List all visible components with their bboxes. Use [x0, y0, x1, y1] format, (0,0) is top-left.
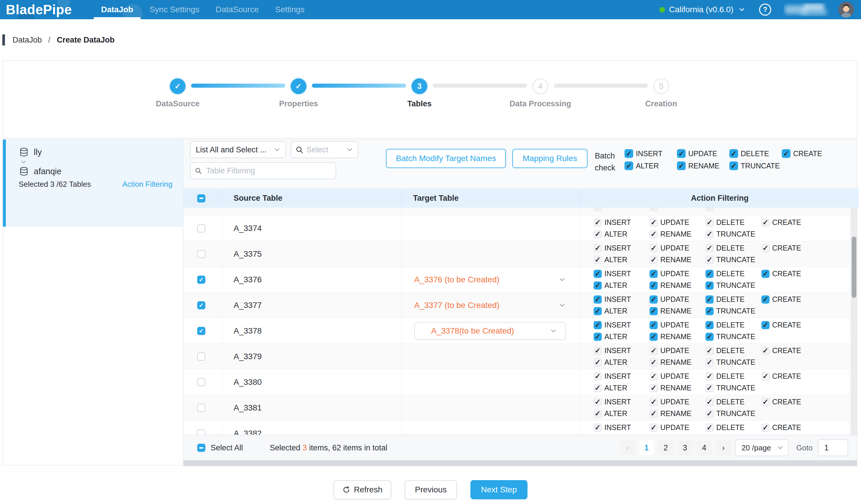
action-checkbox-delete: [706, 424, 714, 432]
row-checkbox[interactable]: [197, 224, 205, 232]
refresh-button[interactable]: Refresh: [333, 480, 391, 499]
action-checkbox-update[interactable]: [677, 149, 686, 158]
vertical-scrollbar-thumb[interactable]: [852, 236, 856, 298]
breadcrumb-current: Create DataJob: [57, 36, 114, 44]
action-checkbox-rename[interactable]: [650, 307, 658, 315]
page-button-2[interactable]: 2: [658, 440, 673, 455]
row-checkbox[interactable]: [197, 327, 205, 335]
action-checkbox-delete[interactable]: [706, 296, 714, 303]
action-checkbox-update[interactable]: [650, 270, 658, 278]
action-checkbox-create[interactable]: [761, 296, 769, 303]
table-filter-input[interactable]: [206, 166, 331, 176]
target-table-select[interactable]: A_3378(to be Created): [414, 322, 566, 340]
list-mode-value: List All and Select ...: [196, 145, 266, 154]
row-checkbox[interactable]: [197, 404, 205, 412]
action-checkbox-rename: [650, 230, 658, 238]
action-checkbox-update[interactable]: [650, 321, 658, 329]
previous-button[interactable]: Previous: [405, 480, 457, 499]
action-option-alter: ALTER: [593, 307, 650, 315]
action-checkbox-delete[interactable]: [706, 321, 714, 329]
action-checkbox-truncate[interactable]: [706, 282, 714, 289]
action-checkbox-insert[interactable]: [593, 270, 602, 278]
target-table-cell[interactable]: A_3377 (to be Created): [401, 292, 581, 318]
nav-tab-sync-settings[interactable]: Sync Settings: [141, 0, 207, 19]
action-checkbox-delete[interactable]: [706, 270, 714, 278]
search-icon: [295, 146, 303, 154]
action-option-insert: INSERT: [593, 372, 650, 380]
action-checkbox-insert[interactable]: [625, 149, 633, 158]
step-circle-creation[interactable]: 5: [653, 78, 669, 94]
batch-modify-target-names-button[interactable]: Batch Modify Target Names: [386, 149, 506, 168]
username-redacted: [783, 3, 830, 16]
source-db-row: lly: [19, 147, 183, 157]
next-step-button[interactable]: Next Step: [470, 480, 528, 499]
action-checkbox-rename[interactable]: [650, 282, 658, 289]
table-filter-search[interactable]: [190, 162, 336, 179]
column-header-target: Target Table: [401, 189, 581, 208]
row-checkbox[interactable]: [197, 378, 205, 386]
row-checkbox[interactable]: [197, 353, 205, 361]
action-checkbox-truncate[interactable]: [706, 333, 714, 341]
action-checkbox-alter[interactable]: [593, 307, 602, 315]
goto-page-input[interactable]: [824, 443, 842, 453]
row-checkbox[interactable]: [197, 430, 205, 435]
avatar[interactable]: [838, 2, 854, 17]
action-checkbox-alter[interactable]: [593, 282, 602, 289]
horizontal-scrollbar[interactable]: [183, 460, 857, 466]
page-button-3[interactable]: 3: [678, 440, 693, 455]
action-checkbox-insert[interactable]: [593, 321, 602, 329]
action-filtering-link[interactable]: Action Filtering: [122, 180, 173, 189]
step-circle-tables[interactable]: 3: [412, 78, 427, 94]
step-circle-datasource[interactable]: ✓: [170, 78, 186, 94]
action-checkbox-create[interactable]: [761, 321, 769, 329]
mapping-rules-button[interactable]: Mapping Rules: [512, 149, 587, 168]
step-circle-data-processing[interactable]: 4: [532, 78, 548, 94]
action-checkbox-truncate[interactable]: [729, 161, 738, 170]
action-checkbox-alter[interactable]: [625, 161, 633, 170]
row-checkbox[interactable]: [197, 301, 205, 309]
action-option-alter: ALTER: [593, 230, 650, 238]
action-checkbox-rename[interactable]: [677, 161, 686, 170]
schema-select-dropdown[interactable]: Select: [291, 141, 358, 158]
action-checkbox-create[interactable]: [761, 270, 769, 278]
list-mode-dropdown[interactable]: List All and Select ...: [190, 141, 286, 158]
table-row: A_3378 A_3378(to be Created) INSERTALTER…: [183, 318, 849, 344]
action-option-delete: DELETE: [706, 244, 761, 252]
tables-main: List All and Select ... Select: [183, 139, 857, 465]
breadcrumb-parent[interactable]: DataJob: [13, 36, 42, 44]
action-checkbox-rename[interactable]: [650, 333, 658, 341]
page-button-1[interactable]: 1: [639, 440, 654, 455]
page-size-select[interactable]: 20 /page: [735, 439, 789, 456]
action-checkbox-alter[interactable]: [593, 333, 602, 341]
nav-tab-settings[interactable]: Settings: [267, 0, 313, 19]
action-checkbox-insert[interactable]: [593, 296, 602, 303]
select-page-checkbox[interactable]: [197, 194, 205, 203]
region-selector[interactable]: California (v0.6.0): [669, 5, 734, 14]
action-checkbox-delete: [706, 398, 714, 406]
chevron-down-icon[interactable]: [738, 6, 746, 13]
action-checkbox-truncate: [706, 410, 714, 418]
step-circle-properties[interactable]: ✓: [291, 78, 306, 94]
action-checkbox-delete[interactable]: [729, 149, 738, 158]
table-row: A_3375 INSERTALTERUPDATERENAMEDELETETRUN…: [183, 241, 849, 267]
help-icon[interactable]: ?: [758, 3, 772, 16]
select-all-checkbox[interactable]: [197, 444, 205, 452]
row-checkbox[interactable]: [197, 276, 205, 284]
nav-tab-datasource[interactable]: DataSource: [208, 0, 267, 19]
action-checkbox-update[interactable]: [650, 296, 658, 303]
action-label: INSERT: [604, 372, 631, 380]
page-next-button[interactable]: ›: [716, 440, 731, 455]
row-checkbox[interactable]: [197, 250, 205, 258]
nav-tab-datajob[interactable]: DataJob: [93, 0, 141, 19]
action-checkbox-create[interactable]: [782, 149, 791, 158]
action-option-create: CREATE: [761, 244, 816, 252]
action-checkbox-truncate[interactable]: [706, 307, 714, 315]
target-table-cell[interactable]: A_3376 (to be Created): [401, 267, 581, 292]
page-button-4[interactable]: 4: [697, 440, 712, 455]
action-filter-group: INSERTALTERUPDATERENAMEDELETETRUNCATECRE…: [593, 347, 816, 367]
action-label: UPDATE: [660, 244, 689, 252]
batch-check-group: INSERTALTERUPDATERENAMEDELETETRUNCATECRE…: [625, 149, 831, 170]
action-option-truncate: TRUNCATE: [706, 409, 761, 418]
app-logo[interactable]: BladePipe: [6, 2, 72, 17]
datasource-pair-panel[interactable]: lly afanqie Selected 3 /62 Tables Action…: [6, 139, 183, 227]
